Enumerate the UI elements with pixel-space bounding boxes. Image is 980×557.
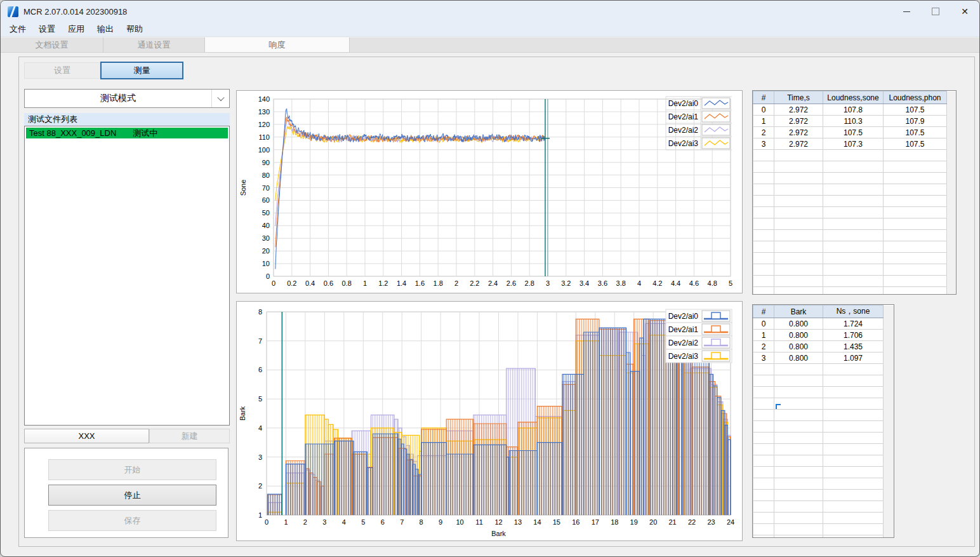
y-tick-label: 10 (262, 260, 270, 267)
y-tick-label: 8 (258, 308, 262, 316)
x-tick-label: 17 (592, 518, 599, 526)
table-row-empty (753, 218, 957, 230)
x-tick-label: 2 (303, 518, 307, 526)
y-tick-label: 140 (258, 95, 270, 103)
maximize-button[interactable] (921, 1, 950, 22)
table-cell: 2.972 (774, 138, 823, 150)
window-controls: ✕ (892, 1, 979, 22)
x-tick-label: 3.8 (616, 279, 626, 287)
table-row-empty (753, 241, 957, 253)
column-header[interactable]: # (753, 91, 774, 104)
legend-label: Dev2/ai0 (668, 312, 699, 321)
table-row[interactable]: 00.8001.724 (753, 318, 895, 330)
x-tick-label: 2.8 (525, 279, 534, 287)
menu-item-1[interactable]: 设置 (32, 22, 62, 36)
x-tick-label: 4 (342, 518, 346, 526)
y-tick-label: 130 (258, 108, 270, 116)
test-file-listbox[interactable]: Test 88_XXX_009_LDN 测试中 (24, 126, 230, 426)
table-row-empty (753, 467, 895, 478)
tab-1[interactable]: 通道设置 (103, 37, 205, 52)
table-row[interactable]: 32.972107.3107.5 (753, 138, 957, 150)
menu-item-3[interactable]: 输出 (91, 22, 120, 36)
column-header[interactable]: Loudness,phon (884, 91, 947, 104)
x-tick-label: 4.8 (708, 279, 717, 287)
new-button[interactable]: 新建 (149, 429, 230, 443)
minimize-button[interactable] (892, 1, 921, 22)
table-row-empty (753, 455, 895, 467)
y-tick-label: 120 (258, 121, 270, 128)
y-tick-label: 30 (262, 234, 270, 242)
x-tick-label: 3 (322, 518, 326, 526)
dropdown-arrow-button[interactable] (211, 90, 229, 107)
x-tick-label: 3.2 (561, 279, 571, 287)
menu-item-0[interactable]: 文件 (3, 22, 32, 36)
menu-item-4[interactable]: 帮助 (120, 22, 149, 36)
y-tick-label: 5 (258, 395, 262, 403)
test-mode-select[interactable]: 测试模式 (24, 89, 230, 108)
menu-item-2[interactable]: 应用 (62, 22, 91, 36)
table-cell: 0.800 (774, 341, 823, 352)
column-header[interactable]: Ns，sone (823, 305, 884, 318)
y-tick-label: 80 (262, 171, 270, 179)
tab-0[interactable]: 文档设置 (1, 37, 103, 52)
loudness-time-chart-svg: 00.20.40.60.811.21.41.61.822.22.42.62.83… (237, 91, 742, 293)
x-tick-label: 6 (381, 518, 385, 526)
column-header[interactable]: # (753, 305, 774, 318)
bark-table[interactable]: #BarkNs，sone00.8001.72410.8001.70620.800… (752, 304, 894, 538)
subtab-settings-button[interactable]: 设置 (24, 62, 100, 79)
legend-label: Dev2/ai2 (668, 126, 699, 135)
tab-2[interactable]: 响度 (205, 37, 350, 52)
table-cell: 0.800 (774, 352, 823, 364)
start-button[interactable]: 开始 (48, 459, 216, 480)
table-row[interactable]: 12.972110.3107.9 (753, 116, 957, 127)
table-row-empty (753, 364, 895, 375)
main-panel: 设置 测量 测试模式 测试文件列表 Test 88_XXX_009_LDN 测试… (18, 57, 975, 547)
table-cell: 2 (753, 127, 774, 138)
legend-label: Dev2/ai2 (668, 339, 699, 347)
column-header[interactable]: Bark (774, 305, 823, 318)
table-row[interactable]: 02.972107.8107.5 (753, 104, 957, 116)
save-button[interactable]: 保存 (48, 510, 216, 531)
minimize-icon (903, 11, 910, 12)
table-row-empty (753, 490, 895, 501)
x-tick-label: 3.6 (598, 279, 607, 287)
column-header[interactable]: Time,s (774, 91, 823, 104)
xxx-button[interactable]: XXX (24, 429, 149, 443)
loudness-table[interactable]: #Time,sLoudness,soneLoudness,phon02.9721… (752, 90, 957, 295)
test-file-name: Test 88_XXX_009_LDN (29, 128, 116, 138)
table-row-empty (753, 513, 895, 524)
table-cell: 3 (753, 138, 774, 150)
y-axis-label: Sone (239, 180, 247, 196)
table-cell: 2 (753, 341, 774, 352)
table-cell: 2.972 (774, 116, 823, 127)
x-tick-label: 4.2 (652, 279, 662, 287)
table-row[interactable]: 30.8001.097 (753, 352, 895, 364)
legend-label: Dev2/ai3 (668, 139, 699, 148)
close-button[interactable]: ✕ (950, 1, 979, 22)
table-row[interactable]: 10.8001.706 (753, 330, 895, 341)
x-tick-label: 1.6 (415, 279, 425, 287)
control-groupbox: 开始 停止 保存 (24, 448, 228, 538)
x-tick-label: 12 (494, 518, 502, 526)
subtab-measure-button[interactable]: 测量 (100, 62, 183, 79)
table-cell: 2.972 (774, 104, 823, 116)
y-tick-label: 50 (262, 209, 270, 217)
x-tick-label: 4.6 (689, 279, 699, 287)
table-cell: 1.706 (823, 330, 884, 341)
table-row-empty (753, 161, 957, 173)
column-header[interactable]: Loudness,sone (823, 91, 884, 104)
list-item[interactable]: Test 88_XXX_009_LDN 测试中 (26, 128, 228, 138)
table-row-empty (753, 150, 957, 161)
stop-button[interactable]: 停止 (48, 485, 216, 506)
y-tick-label: 7 (258, 337, 262, 345)
chevron-down-icon (217, 94, 224, 101)
table-cell: 107.9 (884, 116, 947, 127)
table-row-empty (753, 478, 895, 490)
tab-strip: 文档设置通道设置响度 (1, 37, 979, 53)
x-tick-label: 2.6 (507, 279, 516, 287)
y-tick-label: 6 (258, 366, 262, 373)
x-tick-label: 1.4 (397, 279, 406, 287)
x-tick-label: 15 (553, 518, 560, 526)
table-row[interactable]: 22.972107.5107.5 (753, 127, 957, 138)
table-row[interactable]: 20.8001.435 (753, 341, 895, 352)
